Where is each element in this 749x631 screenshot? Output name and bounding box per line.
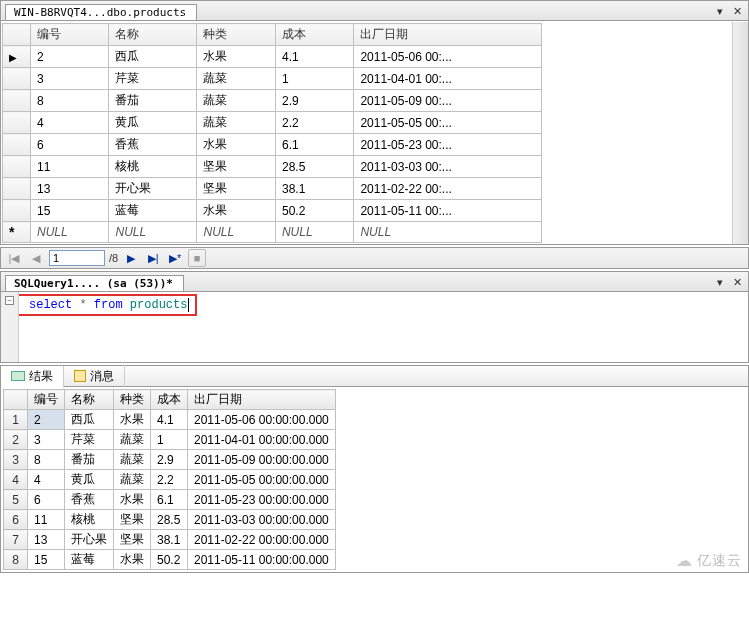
- cell[interactable]: 2011-05-23 00:...: [354, 134, 542, 156]
- row-header[interactable]: [3, 90, 31, 112]
- null-cell[interactable]: NULL: [109, 222, 197, 243]
- results-cell[interactable]: 蔬菜: [114, 470, 151, 490]
- results-cell[interactable]: 水果: [114, 490, 151, 510]
- cell[interactable]: 蔬菜: [197, 68, 275, 90]
- results-cell[interactable]: 2: [28, 410, 65, 430]
- results-cell[interactable]: 2011-04-01 00:00:00.000: [188, 430, 336, 450]
- table-row[interactable]: 11核桃坚果28.52011-03-03 00:...: [3, 156, 542, 178]
- results-col-header[interactable]: 出厂日期: [188, 390, 336, 410]
- col-header[interactable]: 成本: [275, 24, 353, 46]
- cell[interactable]: 6.1: [275, 134, 353, 156]
- nav-new-button[interactable]: ▶*: [166, 249, 184, 267]
- results-cell[interactable]: 蔬菜: [114, 450, 151, 470]
- results-cell[interactable]: 2011-02-22 00:00:00.000: [188, 530, 336, 550]
- results-cell[interactable]: 香蕉: [65, 490, 114, 510]
- results-cell[interactable]: 开心果: [65, 530, 114, 550]
- results-row[interactable]: 12西瓜水果4.12011-05-06 00:00:00.000: [4, 410, 336, 430]
- cell[interactable]: 坚果: [197, 156, 275, 178]
- results-row[interactable]: 38番茄蔬菜2.92011-05-09 00:00:00.000: [4, 450, 336, 470]
- row-header[interactable]: [3, 68, 31, 90]
- results-cell[interactable]: 2011-03-03 00:00:00.000: [188, 510, 336, 530]
- cell[interactable]: 开心果: [109, 178, 197, 200]
- cell[interactable]: 2011-04-01 00:...: [354, 68, 542, 90]
- cell[interactable]: 4: [31, 112, 109, 134]
- pin-icon[interactable]: ▾: [713, 4, 727, 18]
- nav-prev-button[interactable]: ◀: [27, 249, 45, 267]
- results-cell[interactable]: 2.9: [151, 450, 188, 470]
- results-row-header[interactable]: 1: [4, 410, 28, 430]
- table-row[interactable]: 15蓝莓水果50.22011-05-11 00:...: [3, 200, 542, 222]
- cell[interactable]: 核桃: [109, 156, 197, 178]
- col-header[interactable]: 编号: [31, 24, 109, 46]
- cell[interactable]: 西瓜: [109, 46, 197, 68]
- col-header[interactable]: 名称: [109, 24, 197, 46]
- null-cell[interactable]: NULL: [354, 222, 542, 243]
- results-cell[interactable]: 8: [28, 450, 65, 470]
- table-row[interactable]: 6香蕉水果6.12011-05-23 00:...: [3, 134, 542, 156]
- results-cell[interactable]: 坚果: [114, 530, 151, 550]
- col-header[interactable]: 出厂日期: [354, 24, 542, 46]
- table-tab[interactable]: WIN-B8RVQT4...dbo.products: [5, 4, 197, 20]
- results-row-header[interactable]: 3: [4, 450, 28, 470]
- cell[interactable]: 芹菜: [109, 68, 197, 90]
- cell[interactable]: 8: [31, 90, 109, 112]
- nav-first-button[interactable]: |◀: [5, 249, 23, 267]
- results-cell[interactable]: 50.2: [151, 550, 188, 570]
- cell[interactable]: 坚果: [197, 178, 275, 200]
- results-row[interactable]: 23芹菜蔬菜12011-04-01 00:00:00.000: [4, 430, 336, 450]
- cell[interactable]: 2.2: [275, 112, 353, 134]
- vertical-scrollbar[interactable]: [732, 22, 748, 244]
- results-col-header[interactable]: 成本: [151, 390, 188, 410]
- pin-icon[interactable]: ▾: [713, 275, 727, 289]
- results-row-header[interactable]: 5: [4, 490, 28, 510]
- row-header[interactable]: [3, 222, 31, 243]
- col-header[interactable]: 种类: [197, 24, 275, 46]
- results-cell[interactable]: 番茄: [65, 450, 114, 470]
- results-cell[interactable]: 2011-05-11 00:00:00.000: [188, 550, 336, 570]
- results-grid[interactable]: 编号 名称 种类 成本 出厂日期 12西瓜水果4.12011-05-06 00:…: [3, 389, 336, 570]
- results-cell[interactable]: 2.2: [151, 470, 188, 490]
- results-cell[interactable]: 水果: [114, 550, 151, 570]
- nav-next-button[interactable]: ▶: [122, 249, 140, 267]
- new-row[interactable]: NULLNULLNULLNULLNULL: [3, 222, 542, 243]
- cell[interactable]: 水果: [197, 134, 275, 156]
- table-row[interactable]: 3芹菜蔬菜12011-04-01 00:...: [3, 68, 542, 90]
- cell[interactable]: 2011-05-05 00:...: [354, 112, 542, 134]
- cell[interactable]: 28.5: [275, 156, 353, 178]
- results-cell[interactable]: 2011-05-05 00:00:00.000: [188, 470, 336, 490]
- cell[interactable]: 2011-05-09 00:...: [354, 90, 542, 112]
- cell[interactable]: 蔬菜: [197, 90, 275, 112]
- nav-current-input[interactable]: [49, 250, 105, 266]
- results-cell[interactable]: 4.1: [151, 410, 188, 430]
- results-row-header[interactable]: 4: [4, 470, 28, 490]
- nav-last-button[interactable]: ▶|: [144, 249, 162, 267]
- results-cell[interactable]: 黄瓜: [65, 470, 114, 490]
- row-header[interactable]: [3, 156, 31, 178]
- cell[interactable]: 2011-05-11 00:...: [354, 200, 542, 222]
- results-row-header[interactable]: 7: [4, 530, 28, 550]
- results-cell[interactable]: 2011-05-09 00:00:00.000: [188, 450, 336, 470]
- tab-results[interactable]: 结果: [1, 366, 64, 388]
- cell[interactable]: 2: [31, 46, 109, 68]
- results-cell[interactable]: 6.1: [151, 490, 188, 510]
- cell[interactable]: 13: [31, 178, 109, 200]
- row-header[interactable]: [3, 200, 31, 222]
- fold-icon[interactable]: −: [5, 296, 14, 305]
- cell[interactable]: 2011-02-22 00:...: [354, 178, 542, 200]
- close-icon[interactable]: ✕: [730, 275, 744, 289]
- cell[interactable]: 蓝莓: [109, 200, 197, 222]
- cell[interactable]: 1: [275, 68, 353, 90]
- row-header[interactable]: [3, 46, 31, 68]
- results-cell[interactable]: 蔬菜: [114, 430, 151, 450]
- results-cell[interactable]: 2011-05-23 00:00:00.000: [188, 490, 336, 510]
- cell[interactable]: 2011-05-06 00:...: [354, 46, 542, 68]
- cell[interactable]: 2.9: [275, 90, 353, 112]
- null-cell[interactable]: NULL: [197, 222, 275, 243]
- results-row[interactable]: 44黄瓜蔬菜2.22011-05-05 00:00:00.000: [4, 470, 336, 490]
- results-cell[interactable]: 11: [28, 510, 65, 530]
- results-row[interactable]: 815蓝莓水果50.22011-05-11 00:00:00.000: [4, 550, 336, 570]
- sql-statement[interactable]: select * from products: [3, 294, 197, 316]
- tab-messages[interactable]: 消息: [64, 365, 125, 387]
- results-row-header[interactable]: 2: [4, 430, 28, 450]
- cell[interactable]: 水果: [197, 200, 275, 222]
